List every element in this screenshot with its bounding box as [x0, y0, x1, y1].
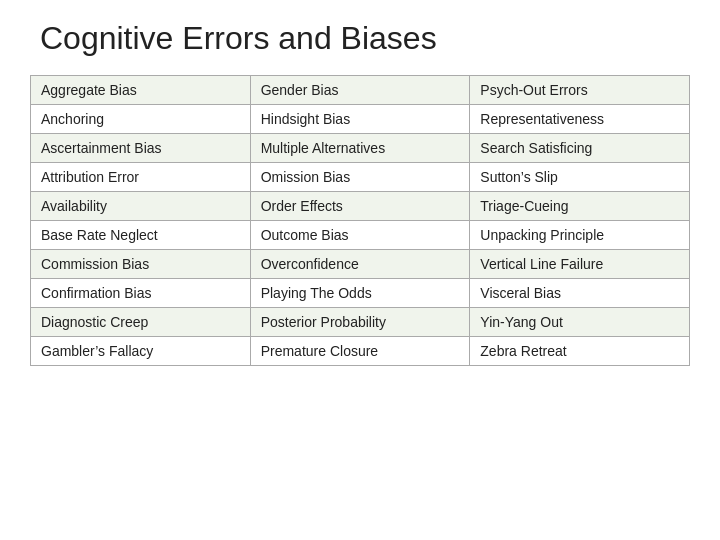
cell-8-0: Diagnostic Creep	[31, 308, 251, 337]
table-row: Attribution ErrorOmission BiasSutton’s S…	[31, 163, 690, 192]
biases-table: Aggregate BiasGender BiasPsych-Out Error…	[30, 75, 690, 366]
cell-5-1: Outcome Bias	[250, 221, 470, 250]
table-row: AnchoringHindsight BiasRepresentativenes…	[31, 105, 690, 134]
cell-2-0: Ascertainment Bias	[31, 134, 251, 163]
cell-1-1: Hindsight Bias	[250, 105, 470, 134]
cell-2-1: Multiple Alternatives	[250, 134, 470, 163]
cell-7-0: Confirmation Bias	[31, 279, 251, 308]
page-title: Cognitive Errors and Biases	[30, 20, 437, 57]
cell-4-1: Order Effects	[250, 192, 470, 221]
table-row: Ascertainment BiasMultiple AlternativesS…	[31, 134, 690, 163]
table-row: Commission BiasOverconfidenceVertical Li…	[31, 250, 690, 279]
cell-9-0: Gambler’s Fallacy	[31, 337, 251, 366]
cell-0-2: Psych-Out Errors	[470, 76, 690, 105]
cell-5-0: Base Rate Neglect	[31, 221, 251, 250]
cell-3-2: Sutton’s Slip	[470, 163, 690, 192]
cell-1-2: Representativeness	[470, 105, 690, 134]
cell-3-1: Omission Bias	[250, 163, 470, 192]
cell-0-1: Gender Bias	[250, 76, 470, 105]
cell-6-2: Vertical Line Failure	[470, 250, 690, 279]
cell-7-2: Visceral Bias	[470, 279, 690, 308]
cell-4-0: Availability	[31, 192, 251, 221]
cell-8-1: Posterior Probability	[250, 308, 470, 337]
table-row: Gambler’s FallacyPremature ClosureZebra …	[31, 337, 690, 366]
cell-9-2: Zebra Retreat	[470, 337, 690, 366]
cell-8-2: Yin-Yang Out	[470, 308, 690, 337]
table-row: Base Rate NeglectOutcome BiasUnpacking P…	[31, 221, 690, 250]
cell-3-0: Attribution Error	[31, 163, 251, 192]
cell-4-2: Triage-Cueing	[470, 192, 690, 221]
table-row: Confirmation BiasPlaying The OddsViscera…	[31, 279, 690, 308]
cell-2-2: Search Satisficing	[470, 134, 690, 163]
table-row: Aggregate BiasGender BiasPsych-Out Error…	[31, 76, 690, 105]
table-row: Diagnostic CreepPosterior ProbabilityYin…	[31, 308, 690, 337]
cell-6-1: Overconfidence	[250, 250, 470, 279]
cell-9-1: Premature Closure	[250, 337, 470, 366]
cell-6-0: Commission Bias	[31, 250, 251, 279]
cell-5-2: Unpacking Principle	[470, 221, 690, 250]
table-row: AvailabilityOrder EffectsTriage-Cueing	[31, 192, 690, 221]
cell-1-0: Anchoring	[31, 105, 251, 134]
cell-7-1: Playing The Odds	[250, 279, 470, 308]
cell-0-0: Aggregate Bias	[31, 76, 251, 105]
